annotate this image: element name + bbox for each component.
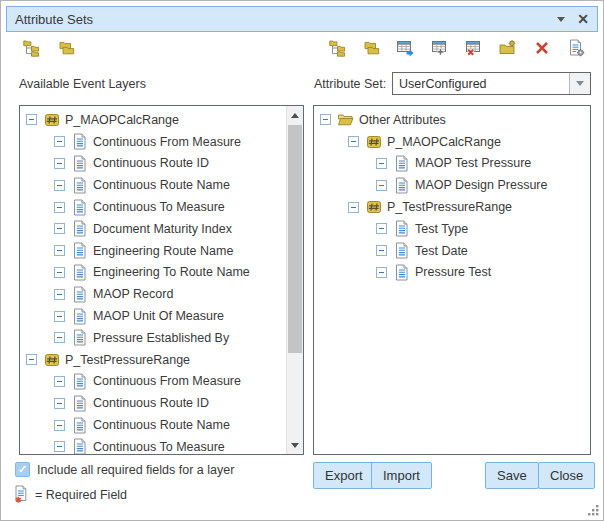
import-button[interactable]: Import <box>371 462 432 489</box>
event-layer-icon <box>43 111 60 128</box>
add-table-button[interactable] <box>429 37 451 59</box>
tree-item-label: Pressure Established By <box>93 331 229 345</box>
collapse-toggle[interactable] <box>54 289 65 300</box>
tree-item[interactable]: Test Date <box>314 240 590 262</box>
collapse-toggle[interactable] <box>54 180 65 191</box>
export-table-button[interactable] <box>395 37 417 59</box>
export-button[interactable]: Export <box>313 462 375 489</box>
save-button[interactable]: Save <box>485 462 539 489</box>
tree-item[interactable]: Engineering To Route Name <box>20 262 286 284</box>
attribute-set-properties-button[interactable] <box>565 37 587 59</box>
tree-item[interactable]: Pressure Established By <box>20 327 286 349</box>
collapse-toggle[interactable] <box>54 245 65 256</box>
delete-attribute-set-button[interactable] <box>531 37 553 59</box>
include-required-fields-checkbox[interactable]: ✓ <box>15 462 30 477</box>
expand-attribute-tree-icon <box>329 39 347 57</box>
collapse-toggle[interactable] <box>54 376 65 387</box>
document-icon <box>71 155 88 172</box>
document-icon <box>71 199 88 216</box>
triangle-up-icon <box>291 113 299 118</box>
minus-icon <box>57 250 62 251</box>
scroll-up-button[interactable] <box>287 107 303 123</box>
attribute-set-tree: Other AttributesP_MAOPCalcRangeMAOP Test… <box>314 106 590 454</box>
tree-item[interactable]: P_TestPressureRange <box>314 196 590 218</box>
tree-item-label: Engineering To Route Name <box>93 265 250 279</box>
tree-item-label: Continuous To Measure <box>93 200 225 214</box>
collapse-toggle[interactable] <box>54 223 65 234</box>
collapse-toggle[interactable] <box>54 267 65 278</box>
collapse-toggle[interactable] <box>320 114 331 125</box>
collapse-toggle[interactable] <box>54 311 65 322</box>
tree-item-label: MAOP Test Pressure <box>415 156 531 170</box>
dropdown-button[interactable] <box>569 73 590 94</box>
tree-item[interactable]: Continuous Route Name <box>20 414 286 436</box>
tree-item[interactable]: Continuous To Measure <box>20 196 286 218</box>
tree-item[interactable]: P_MAOPCalcRange <box>314 131 590 153</box>
tree-item[interactable]: Continuous From Measure <box>20 371 286 393</box>
tree-item-label: P_TestPressureRange <box>387 200 512 214</box>
tree-item-label: P_MAOPCalcRange <box>387 135 501 149</box>
remove-table-icon <box>464 39 484 57</box>
minus-icon <box>29 359 34 360</box>
expand-layer-tree-button[interactable] <box>21 37 43 59</box>
tree-item[interactable]: P_MAOPCalcRange <box>20 109 286 131</box>
scroll-down-button[interactable] <box>287 437 303 453</box>
collapse-toggle[interactable] <box>376 245 387 256</box>
document-icon <box>71 417 88 434</box>
tree-item-label: Continuous Route ID <box>93 396 209 410</box>
tree-item[interactable]: MAOP Design Pressure <box>314 174 590 196</box>
minus-icon <box>379 185 384 186</box>
tree-item[interactable]: Engineering Route Name <box>20 240 286 262</box>
tree-item[interactable]: Continuous Route Name <box>20 174 286 196</box>
close-icon[interactable]: ✕ <box>577 12 589 26</box>
tree-item[interactable]: P_TestPressureRange <box>20 349 286 371</box>
expand-attribute-tree-button[interactable] <box>327 37 349 59</box>
tree-item[interactable]: Pressure Test <box>314 262 590 284</box>
collapse-attribute-folders-button[interactable] <box>361 37 383 59</box>
collapse-toggle[interactable] <box>376 158 387 169</box>
resize-grip[interactable] <box>587 504 600 517</box>
tree-item[interactable]: Document Maturity Index <box>20 218 286 240</box>
collapse-toggle[interactable] <box>54 420 65 431</box>
tree-item[interactable]: MAOP Test Pressure <box>314 153 590 175</box>
add-table-icon <box>430 39 450 57</box>
tree-item[interactable]: MAOP Record <box>20 283 286 305</box>
document-icon <box>393 220 410 237</box>
tree-item-label: MAOP Unit Of Measure <box>93 309 224 323</box>
document-icon <box>71 438 88 454</box>
collapse-toggle[interactable] <box>26 354 37 365</box>
document-icon <box>393 242 410 259</box>
collapse-toggle[interactable] <box>54 398 65 409</box>
tree-item[interactable]: Continuous To Measure <box>20 436 286 454</box>
collapse-toggle[interactable] <box>348 202 359 213</box>
new-attribute-set-button[interactable] <box>497 37 519 59</box>
collapse-caret-icon[interactable] <box>557 17 565 22</box>
minus-icon <box>29 119 34 120</box>
tree-item[interactable]: Continuous Route ID <box>20 153 286 175</box>
tree-item[interactable]: Test Type <box>314 218 590 240</box>
vertical-scrollbar[interactable] <box>286 106 303 454</box>
collapse-toggle[interactable] <box>54 136 65 147</box>
collapse-toggle[interactable] <box>348 136 359 147</box>
attribute-set-dropdown[interactable]: UserConfigured <box>392 72 591 95</box>
tree-item[interactable]: Continuous Route ID <box>20 392 286 414</box>
tree-item[interactable]: Other Attributes <box>314 109 590 131</box>
collapse-toggle[interactable] <box>376 223 387 234</box>
collapse-toggle[interactable] <box>54 158 65 169</box>
titlebar[interactable]: Attribute Sets ✕ <box>6 6 598 32</box>
collapse-layer-folders-button[interactable] <box>56 37 78 59</box>
collapse-toggle[interactable] <box>376 267 387 278</box>
minus-icon <box>323 119 328 120</box>
collapse-toggle[interactable] <box>54 202 65 213</box>
required-field-icon <box>13 485 29 504</box>
tree-item[interactable]: Continuous From Measure <box>20 131 286 153</box>
collapse-toggle[interactable] <box>54 332 65 343</box>
remove-table-button[interactable] <box>463 37 485 59</box>
collapse-toggle[interactable] <box>376 180 387 191</box>
tree-item[interactable]: MAOP Unit Of Measure <box>20 305 286 327</box>
collapse-toggle[interactable] <box>26 114 37 125</box>
collapse-toggle[interactable] <box>54 441 65 452</box>
close-button[interactable]: Close <box>538 462 595 489</box>
scrollbar-thumb[interactable] <box>288 125 302 353</box>
document-icon <box>393 177 410 194</box>
